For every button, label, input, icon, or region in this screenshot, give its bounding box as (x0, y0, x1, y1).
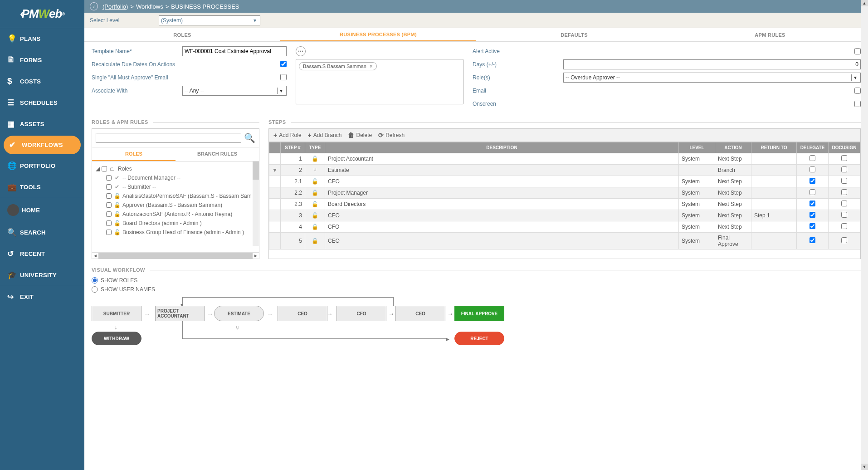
roles-tree[interactable]: ◢🗀Roles✔-- Document Manager --✔-- Submit… (92, 162, 259, 252)
tree-checkbox[interactable] (106, 193, 112, 199)
breadcrumb-portfolio[interactable]: (Portfolio) (102, 3, 128, 10)
docusign-checkbox[interactable] (841, 212, 847, 218)
subtab-branch-rules[interactable]: BRANCH RULES (176, 147, 259, 161)
users-tagbox[interactable]: Bassam.S Bassam Samman × (296, 59, 463, 104)
template-name-input[interactable] (182, 46, 287, 56)
delegate-checkbox[interactable] (809, 166, 815, 172)
nav-plans[interactable]: 💡PLANS (0, 28, 84, 49)
docusign-checkbox[interactable] (841, 166, 847, 172)
email-checkbox[interactable] (854, 88, 861, 94)
days-input[interactable] (563, 59, 861, 69)
tree-item[interactable]: 🔓Approver (Bassam.S - Bassam Samman) (96, 201, 255, 210)
nav-portfolio[interactable]: 🌐PORTFOLIO (0, 155, 84, 176)
search-icon[interactable]: 🔍 (244, 132, 255, 143)
horizontal-scrollbar[interactable]: ◄► (92, 252, 259, 259)
col-level: LEVEL (679, 142, 715, 153)
nav-costs[interactable]: $COSTS (0, 70, 84, 92)
tree-item[interactable]: 🔓Business Group Head of Finance (admin -… (96, 228, 255, 237)
delegate-checkbox[interactable] (809, 223, 815, 229)
col-docusign: DOCUSIGN (829, 142, 860, 153)
page-scrollbar[interactable] (861, 6, 868, 464)
steps-row[interactable]: 2.3🔓Board DirectorsSystemNext Step (269, 199, 860, 210)
alert-active-checkbox[interactable] (854, 48, 861, 54)
nav-label: SCHEDULES (20, 99, 58, 106)
show-roles-radio[interactable] (92, 277, 98, 284)
docusign-checkbox[interactable] (841, 189, 847, 195)
tree-checkbox[interactable] (106, 202, 112, 208)
info-icon[interactable]: i (90, 2, 98, 10)
nav-workflows[interactable]: ✔WORKFLOWS (4, 136, 81, 154)
refresh-button[interactable]: ⟳Refresh (378, 132, 405, 139)
docusign-checkbox[interactable] (841, 178, 847, 184)
add-role-button[interactable]: +Add Role (273, 132, 302, 139)
nav-assets[interactable]: ▦ASSETS (0, 113, 84, 135)
tree-checkbox[interactable] (106, 230, 112, 235)
nav-home[interactable]: HOME (0, 198, 84, 222)
add-branch-button[interactable]: +Add Branch (308, 132, 342, 139)
remove-tag-icon[interactable]: × (370, 64, 372, 69)
nav-university[interactable]: 🎓UNIVERSITY (0, 264, 84, 286)
single-approve-checkbox[interactable] (280, 74, 287, 80)
nav-recent[interactable]: ↺RECENT (0, 243, 84, 264)
flow-ceo-1: CEO (278, 306, 327, 321)
delegate-checkbox[interactable] (809, 178, 815, 184)
nav-search[interactable]: 🔍SEARCH (0, 222, 84, 243)
tree-checkbox[interactable] (106, 220, 112, 226)
tab-defaults[interactable]: DEFAULTS (476, 28, 672, 41)
delegate-checkbox[interactable] (809, 237, 815, 243)
vertical-scrollbar[interactable] (253, 162, 259, 246)
tab-bpm[interactable]: BUSINESS PROCESSES (BPM) (280, 28, 476, 41)
select-level-dropdown[interactable]: (System) ▾ (159, 15, 260, 25)
chevron-down-icon: ▾ (277, 88, 284, 94)
tree-checkbox[interactable] (106, 184, 112, 190)
steps-row[interactable]: 3🔓CEOSystemNext StepStep 1 (269, 210, 860, 221)
associate-with-dropdown[interactable]: -- Any -- ▾ (182, 86, 287, 96)
steps-row[interactable]: ▼2⑂EstimateBranch (269, 165, 860, 176)
roles-search-input[interactable] (96, 133, 241, 143)
steps-row[interactable]: 1🔓Project AccountantSystemNext Step (269, 153, 860, 165)
tree-item[interactable]: 🔓Board Directors (admin - Admin ) (96, 219, 255, 228)
nav-tools[interactable]: 💼TOOLS (0, 176, 84, 198)
delegate-checkbox[interactable] (809, 201, 815, 206)
tree-checkbox[interactable] (102, 166, 107, 171)
tree-item[interactable]: ◢🗀Roles (96, 164, 255, 173)
graduation-icon: 🎓 (7, 270, 20, 280)
col-type: TYPE (305, 142, 325, 153)
steps-row[interactable]: 2.2🔓Project ManagerSystemNext Step (269, 187, 860, 199)
nav-schedules[interactable]: ☰SCHEDULES (0, 92, 84, 113)
assets-icon: ▦ (7, 119, 20, 129)
roles-dropdown[interactable]: -- Overdue Approver -- ▾ (563, 73, 861, 83)
flow-reject: REJECT (454, 332, 504, 345)
delegate-checkbox[interactable] (809, 212, 815, 218)
breadcrumb-workflows[interactable]: Workflows (136, 3, 163, 10)
nav-forms[interactable]: 🗎FORMS (0, 49, 84, 70)
onscreen-checkbox[interactable] (854, 101, 861, 107)
tree-item[interactable]: 🔓AutorizacionSAF (Antonio.R - Antonio Re… (96, 210, 255, 219)
show-users-radio[interactable] (92, 286, 98, 293)
unlock-icon: 🔓 (114, 211, 120, 217)
scroll-up-button[interactable]: ▲ (861, 0, 868, 6)
tree-item[interactable]: 🔓AnalisisGastoPermisoSAF (Bassam.S - Bas… (96, 191, 255, 201)
tree-item[interactable]: ✔-- Submitter -- (96, 182, 255, 191)
delegate-checkbox[interactable] (809, 155, 815, 161)
tab-apm-rules[interactable]: APM RULES (672, 28, 868, 41)
docusign-checkbox[interactable] (841, 201, 847, 206)
docusign-checkbox[interactable] (841, 223, 847, 229)
more-options-button[interactable]: ⋯ (296, 46, 306, 56)
tree-checkbox[interactable] (106, 175, 112, 181)
scroll-down-button[interactable]: ▼ (861, 464, 868, 470)
steps-row[interactable]: 2.1🔓CEOSystemNext Step (269, 176, 860, 187)
docusign-checkbox[interactable] (841, 237, 847, 243)
nav-exit[interactable]: ↪EXIT (0, 286, 84, 308)
tree-item[interactable]: ✔-- Document Manager -- (96, 173, 255, 182)
tree-checkbox[interactable] (106, 211, 112, 217)
delete-button[interactable]: 🗑Delete (348, 132, 372, 139)
steps-row[interactable]: 5🔓CEOSystemFinal Approve (269, 233, 860, 250)
docusign-checkbox[interactable] (841, 155, 847, 161)
subtab-roles[interactable]: ROLES (92, 147, 176, 161)
tab-roles[interactable]: ROLES (84, 28, 280, 41)
delegate-checkbox[interactable] (809, 189, 815, 195)
select-level-label: Select Level (90, 17, 159, 24)
recalc-checkbox[interactable] (280, 61, 287, 67)
steps-row[interactable]: 4🔓CFOSystemNext Step (269, 221, 860, 233)
